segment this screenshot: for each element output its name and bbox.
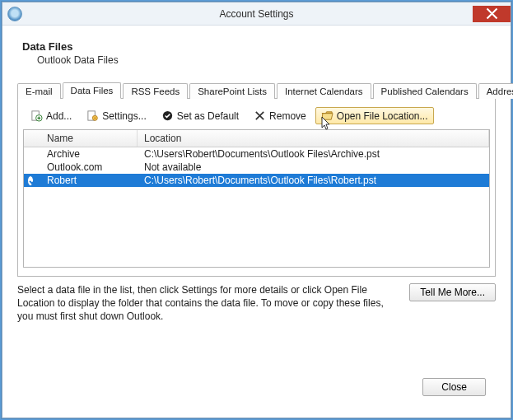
column-location[interactable]: Location [138, 130, 489, 147]
tab-internet-calendars[interactable]: Internet Calendars [277, 83, 371, 99]
remove-label: Remove [269, 110, 306, 122]
default-check-icon [27, 175, 34, 186]
folder-open-icon [321, 110, 333, 122]
tab-content: Add... Settings... Set as Default Remove… [17, 99, 496, 277]
row-name: Outlook.com [40, 161, 138, 174]
tab-published-calendars[interactable]: Published Calendars [373, 83, 477, 99]
row-location: C:\Users\Robert\Documents\Outlook Files\… [138, 174, 489, 187]
table-row[interactable]: Outlook.com Not available [24, 161, 489, 174]
section-title: Data Files [22, 40, 497, 53]
set-default-button[interactable]: Set as Default [156, 107, 245, 124]
svg-point-4 [95, 117, 96, 119]
section-subtitle: Outlook Data Files [37, 54, 497, 66]
column-name[interactable]: Name [40, 130, 138, 147]
add-button[interactable]: Add... [25, 107, 77, 124]
row-name: Robert [40, 174, 138, 187]
row-location: C:\Users\Robert\Documents\Outlook Files\… [138, 147, 489, 161]
data-files-list[interactable]: Name Location Archive C:\Users\Robert\Do… [23, 129, 490, 268]
check-circle-icon [161, 110, 174, 122]
close-icon [486, 7, 498, 20]
tab-email[interactable]: E-mail [17, 83, 61, 99]
row-location: Not available [138, 161, 489, 174]
add-file-icon [30, 110, 43, 122]
account-settings-window: Account Settings Data Files Outlook Data… [2, 2, 511, 418]
titlebar[interactable]: Account Settings [2, 2, 511, 26]
settings-file-icon [86, 110, 99, 122]
tab-bar: E-mail Data Files RSS Feeds SharePoint L… [17, 79, 496, 99]
close-button[interactable]: Close [422, 378, 486, 396]
settings-label: Settings... [102, 110, 146, 122]
tab-data-files[interactable]: Data Files [63, 82, 122, 99]
tab-sharepoint-lists[interactable]: SharePoint Lists [189, 83, 275, 99]
remove-button[interactable]: Remove [248, 107, 312, 124]
tell-me-more-button[interactable]: Tell Me More... [409, 283, 496, 301]
table-row[interactable]: Robert C:\Users\Robert\Documents\Outlook… [24, 174, 489, 187]
app-icon [7, 7, 22, 21]
toolbar: Add... Settings... Set as Default Remove… [23, 105, 490, 129]
row-name: Archive [40, 147, 138, 161]
open-file-location-label: Open File Location... [337, 110, 428, 122]
remove-icon [254, 110, 266, 122]
hint-text: Select a data file in the list, then cli… [17, 283, 401, 324]
open-file-location-button[interactable]: Open File Location... [315, 107, 434, 124]
tab-rss-feeds[interactable]: RSS Feeds [123, 83, 188, 99]
list-header[interactable]: Name Location [24, 130, 489, 147]
window-title: Account Settings [2, 8, 511, 20]
window-close-button[interactable] [473, 6, 511, 22]
settings-button[interactable]: Settings... [81, 107, 152, 124]
add-label: Add... [46, 110, 72, 122]
tab-address-books[interactable]: Address Books [478, 83, 513, 99]
table-row[interactable]: Archive C:\Users\Robert\Documents\Outloo… [24, 147, 489, 161]
set-default-label: Set as Default [177, 110, 239, 122]
